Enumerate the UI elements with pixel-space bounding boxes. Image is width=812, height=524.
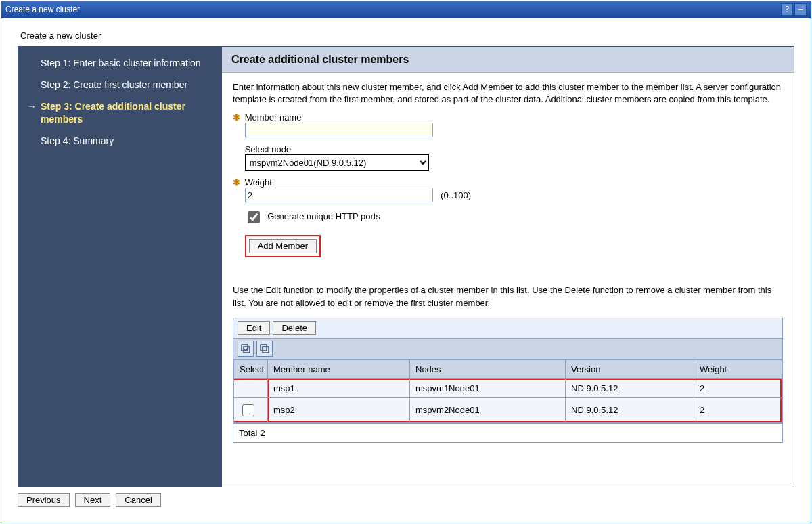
add-member-highlight: Add Member xyxy=(245,235,321,257)
sidebar-step-label: Step 1: Enter basic cluster information xyxy=(41,58,201,68)
titlebar: Create a new cluster ? – xyxy=(1,1,811,18)
row-version: ND 9.0.5.12 xyxy=(571,405,618,415)
table-toolbar: Edit Delete xyxy=(233,318,782,339)
sidebar-step-label: Step 4: Summary xyxy=(41,135,114,146)
sidebar-step-2[interactable]: Step 2: Create first cluster member xyxy=(27,79,212,91)
edit-help-text: Use the Edit function to modify the prop… xyxy=(233,284,783,309)
row-name: msp1 xyxy=(273,383,295,393)
help-icon[interactable]: ? xyxy=(781,3,793,16)
row-select-checkbox[interactable] xyxy=(242,404,254,416)
members-table: Edit Delete xyxy=(233,318,783,443)
col-select: Select xyxy=(234,359,268,378)
page-subtitle: Create a new cluster xyxy=(1,18,811,46)
row-name: msp2 xyxy=(273,405,295,415)
table-row: msp1 mspvm1Node01 ND 9.0.5.12 2 xyxy=(234,378,782,397)
required-star-icon: ✱ xyxy=(233,177,240,188)
select-node-row: Select node mspvm2Node01(ND 9.0.5.12) xyxy=(233,144,783,171)
col-weight: Weight xyxy=(694,359,782,378)
cancel-button[interactable]: Cancel xyxy=(116,493,160,507)
table-row: msp2 mspvm2Node01 ND 9.0.5.12 2 xyxy=(234,397,782,422)
app-window: Create a new cluster ? – Create a new cl… xyxy=(1,1,811,523)
row-nodes-cell: mspvm1Node01 xyxy=(410,378,566,397)
main-panel: Create additional cluster members Enter … xyxy=(221,46,794,487)
main-body: Enter information about this new cluster… xyxy=(222,73,794,448)
svg-rect-3 xyxy=(263,347,269,353)
row-version-cell: ND 9.0.5.12 xyxy=(566,378,694,397)
sidebar-step-3[interactable]: Step 3: Create additional cluster member… xyxy=(27,100,212,125)
delete-button[interactable]: Delete xyxy=(273,321,316,335)
wizard-buttons: Previous Next Cancel xyxy=(1,487,811,507)
row-nodes: mspvm1Node01 xyxy=(415,383,480,393)
row-select-cell xyxy=(234,378,268,397)
row-nodes-cell: mspvm2Node01 xyxy=(410,397,566,422)
member-name-row: ✱ Member name xyxy=(233,112,783,137)
col-nodes: Nodes xyxy=(410,359,566,378)
sidebar-step-label: Step 2: Create first cluster member xyxy=(41,79,187,90)
row-name-cell: msp2 xyxy=(268,397,410,422)
generate-ports-row: Generate unique HTTP ports xyxy=(233,209,783,225)
previous-button[interactable]: Previous xyxy=(18,493,70,507)
select-node-select[interactable]: mspvm2Node01(ND 9.0.5.12) xyxy=(245,154,429,171)
row-weight-cell: 2 xyxy=(694,397,782,422)
sidebar-step-label: Step 3: Create additional cluster member… xyxy=(41,101,185,124)
wizard-sidebar: Step 1: Enter basic cluster information … xyxy=(18,46,221,487)
member-name-label: Member name xyxy=(245,112,302,123)
window-title: Create a new cluster xyxy=(5,5,80,14)
sidebar-step-4[interactable]: Step 4: Summary xyxy=(27,135,212,147)
footer-total-label: Total xyxy=(239,428,257,438)
svg-rect-2 xyxy=(261,345,267,351)
row-weight-cell: 2 xyxy=(694,378,782,397)
weight-hint: (0..100) xyxy=(441,190,471,200)
edit-button[interactable]: Edit xyxy=(238,321,270,335)
required-star-icon: ✱ xyxy=(233,112,240,123)
add-member-row: Add Member xyxy=(233,232,783,257)
minimize-icon[interactable]: – xyxy=(794,3,807,16)
content: Step 1: Enter basic cluster information … xyxy=(1,46,811,487)
deselect-all-icon[interactable] xyxy=(256,341,273,357)
table-header-row: Select Member name Nodes Version Weight xyxy=(234,359,782,378)
row-version: ND 9.0.5.12 xyxy=(571,383,618,393)
members-grid: Select Member name Nodes Version Weight … xyxy=(233,359,782,423)
footer-total-value: 2 xyxy=(260,428,265,438)
main-header: Create additional cluster members xyxy=(222,47,794,73)
row-nodes: mspvm2Node01 xyxy=(415,405,480,415)
row-weight: 2 xyxy=(700,405,704,415)
member-name-input[interactable] xyxy=(245,123,433,137)
select-all-icon[interactable] xyxy=(238,341,254,357)
row-select-cell[interactable] xyxy=(234,397,268,422)
select-node-label: Select node xyxy=(245,144,292,154)
add-member-button[interactable]: Add Member xyxy=(249,239,317,253)
table-footer: Total 2 xyxy=(233,423,782,442)
main-description: Enter information about this new cluster… xyxy=(233,81,783,106)
weight-row: ✱ Weight (0..100) xyxy=(233,177,783,202)
weight-label: Weight xyxy=(245,177,272,188)
sidebar-step-1[interactable]: Step 1: Enter basic cluster information xyxy=(27,57,212,69)
row-weight: 2 xyxy=(700,383,704,393)
table-icon-toolbar xyxy=(233,339,782,359)
weight-input[interactable] xyxy=(245,188,433,202)
generate-ports-checkbox[interactable] xyxy=(248,211,260,223)
next-button[interactable]: Next xyxy=(75,493,111,507)
col-name: Member name xyxy=(268,359,410,378)
titlebar-buttons: ? – xyxy=(781,3,807,16)
row-version-cell: ND 9.0.5.12 xyxy=(566,397,694,422)
col-version: Version xyxy=(566,359,694,378)
generate-ports-label: Generate unique HTTP ports xyxy=(267,212,380,222)
row-name-cell: msp1 xyxy=(268,378,410,397)
